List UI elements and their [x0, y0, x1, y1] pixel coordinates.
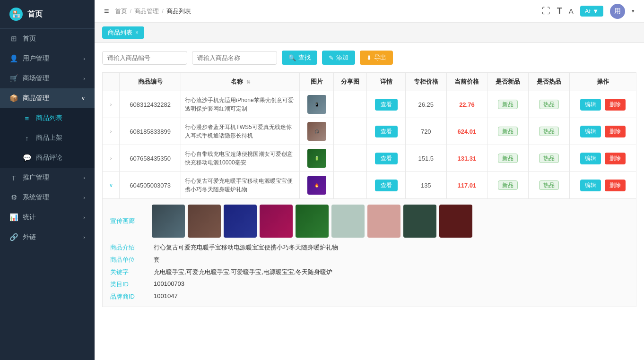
row-is-hot-4: 热品: [528, 172, 569, 199]
gallery-thumb-7[interactable]: [367, 205, 400, 238]
delete-btn-1[interactable]: 删除: [605, 99, 626, 111]
th-img: 图片: [300, 73, 334, 91]
row-counter-price-3: 151.5: [405, 145, 446, 172]
chevron-down-icon: ∨: [81, 95, 85, 102]
row-current-price-4: 117.01: [446, 172, 487, 199]
tab-close-icon[interactable]: ×: [135, 29, 139, 36]
gallery-thumb-2[interactable]: [188, 205, 221, 238]
tabbar: 商品列表 ×: [95, 23, 644, 43]
search-code-input[interactable]: [102, 51, 187, 65]
row-detail-3[interactable]: 查看: [367, 145, 406, 172]
detail-row-4: 宣传画廊: [103, 199, 636, 307]
gallery-thumb-3[interactable]: [224, 205, 257, 238]
detail-value-catid: 100100703: [154, 280, 184, 289]
row-share-img-3: [334, 145, 367, 172]
sidebar: 🏪 首页 ⊞ 首页 👤 用户管理 › 🛒 商场管理 › 📦 商品管理 ∨: [0, 0, 95, 360]
search-name-input[interactable]: [192, 51, 277, 65]
sidebar-logo[interactable]: 🏪 首页: [0, 0, 95, 29]
view-detail-btn-4[interactable]: 查看: [375, 180, 398, 191]
sidebar-item-product-list[interactable]: ≡ 商品列表: [0, 108, 95, 128]
delete-btn-3[interactable]: 删除: [605, 153, 626, 164]
edit-btn-1[interactable]: 编辑: [580, 99, 601, 111]
chevron-right-icon-2: ›: [83, 76, 85, 81]
sidebar-label-system-mgmt: 系统管理: [23, 193, 49, 202]
sidebar-label-product-review: 商品评论: [36, 154, 62, 162]
gallery-thumb-5[interactable]: [296, 205, 329, 238]
row-detail-2[interactable]: 查看: [367, 118, 406, 145]
topbar: ≡ 首页 / 商品管理 / 商品列表 ⛶ T A At ▼ 用 ▾: [95, 0, 644, 23]
row-is-new-4: 新品: [487, 172, 529, 199]
edit-btn-4[interactable]: 编辑: [580, 180, 601, 191]
sidebar-item-product-review[interactable]: 💬 商品评论: [0, 148, 95, 168]
gallery-thumb-9[interactable]: [439, 205, 472, 238]
sidebar-item-system-mgmt[interactable]: ⚙ 系统管理 ›: [0, 188, 95, 207]
detail-cell-4: 宣传画廊: [103, 199, 636, 307]
row-detail-4[interactable]: 查看: [367, 172, 406, 199]
row-expand-3[interactable]: ›: [103, 145, 120, 172]
detail-value-intro: 行心复古可爱充电暖手宝移动电源暖宝宝便携小巧冬天随身暖炉礼物: [154, 243, 338, 252]
row-is-new-1: 新品: [487, 91, 529, 118]
row-expand-2[interactable]: ›: [103, 118, 120, 145]
chevron-right-icon-5: ›: [83, 214, 85, 220]
edit-btn-3[interactable]: 编辑: [580, 153, 601, 164]
gear-icon: ⚙: [9, 193, 18, 202]
export-btn-label: 导出: [374, 53, 386, 62]
delete-btn-2[interactable]: 删除: [605, 126, 626, 137]
detail-field-intro: 商品介绍 行心复古可爱充电暖手宝移动电源暖宝宝便携小巧冬天随身暖炉礼物: [110, 243, 628, 252]
shelf-icon: ↑: [23, 134, 31, 142]
add-button[interactable]: ✎ 添加: [322, 51, 355, 65]
search-button[interactable]: 🔍 查找: [282, 51, 317, 65]
detail-content-4: 宣传画廊: [110, 205, 628, 301]
view-detail-btn-3[interactable]: 查看: [375, 153, 398, 164]
th-code: 商品编号: [120, 73, 181, 91]
sidebar-item-promo-mgmt[interactable]: T 推广管理 ›: [0, 168, 95, 188]
sidebar-item-product-shelf[interactable]: ↑ 商品上架: [0, 128, 95, 148]
sidebar-label-stats: 统计: [23, 213, 36, 222]
sidebar-item-shop-mgmt[interactable]: 🛒 商场管理 ›: [0, 69, 95, 88]
sidebar-item-stats[interactable]: 📊 统计 ›: [0, 207, 95, 227]
row-img-2: 🎧: [300, 118, 334, 145]
export-button[interactable]: ⬇ 导出: [360, 51, 393, 65]
sidebar-label-shop-mgmt: 商场管理: [23, 74, 49, 83]
gallery-thumb-6[interactable]: [331, 205, 365, 238]
sidebar-item-external[interactable]: 🔗 外链 ›: [0, 227, 95, 247]
avatar[interactable]: 用: [610, 4, 625, 19]
list-icon: ≡: [23, 114, 31, 122]
row-detail-1[interactable]: 查看: [367, 91, 406, 118]
sidebar-item-user-mgmt[interactable]: 👤 用户管理 ›: [0, 49, 95, 69]
row-counter-price-2: 720: [405, 118, 446, 145]
cart-icon: 🛒: [9, 74, 18, 83]
sidebar-label-user-mgmt: 用户管理: [23, 54, 49, 63]
menu-toggle-icon[interactable]: ≡: [104, 6, 109, 16]
gallery-thumb-4[interactable]: [260, 205, 293, 238]
breadcrumb-home[interactable]: 首页: [115, 7, 127, 16]
lang-button[interactable]: At ▼: [580, 6, 603, 17]
sidebar-item-product-mgmt[interactable]: 📦 商品管理 ∨: [0, 88, 95, 108]
font-size-icon[interactable]: T: [557, 6, 562, 16]
view-detail-btn-1[interactable]: 查看: [375, 99, 398, 111]
row-action-2: 编辑 删除: [569, 118, 636, 145]
th-name[interactable]: 名称 ⇅: [181, 73, 300, 91]
fullscreen-icon[interactable]: ⛶: [542, 6, 550, 16]
language-icon[interactable]: A: [569, 7, 574, 15]
tab-product-list[interactable]: 商品列表 ×: [102, 26, 144, 39]
sidebar-label-external: 外链: [23, 233, 36, 241]
gallery-thumb-8[interactable]: [403, 205, 436, 238]
sidebar-item-home[interactable]: ⊞ 首页: [0, 29, 95, 49]
breadcrumb-product-mgmt[interactable]: 商品管理: [134, 7, 159, 16]
detail-field-keywords: 关键字 充电暖手宝,可爱充电暖手宝,可爱暖手宝,电源暖宝宝,冬天随身暖炉: [110, 268, 628, 276]
product-table: 商品编号 名称 ⇅ 图片 分享图 详情 专柜价格 当前价格 是否新品 是否热品: [102, 72, 636, 307]
row-counter-price-1: 26.25: [405, 91, 446, 118]
promo-icon: T: [9, 174, 18, 182]
gallery-thumb-1[interactable]: [152, 205, 185, 238]
row-is-hot-3: 热品: [528, 145, 569, 172]
row-expand-1[interactable]: ›: [103, 91, 120, 118]
table-header: 商品编号 名称 ⇅ 图片 分享图 详情 专柜价格 当前价格 是否新品 是否热品: [103, 73, 636, 91]
view-detail-btn-2[interactable]: 查看: [375, 126, 398, 137]
delete-btn-4[interactable]: 删除: [605, 180, 626, 191]
avatar-dropdown-arrow[interactable]: ▾: [632, 8, 635, 14]
row-expand-4[interactable]: ∨: [103, 172, 120, 199]
lang-btn-arrow: ▼: [592, 8, 599, 15]
edit-btn-2[interactable]: 编辑: [580, 126, 601, 137]
row-name-3: 行心自带线充电宝超薄便携国潮女可爱创意快充移动电源10000毫安: [181, 145, 300, 172]
